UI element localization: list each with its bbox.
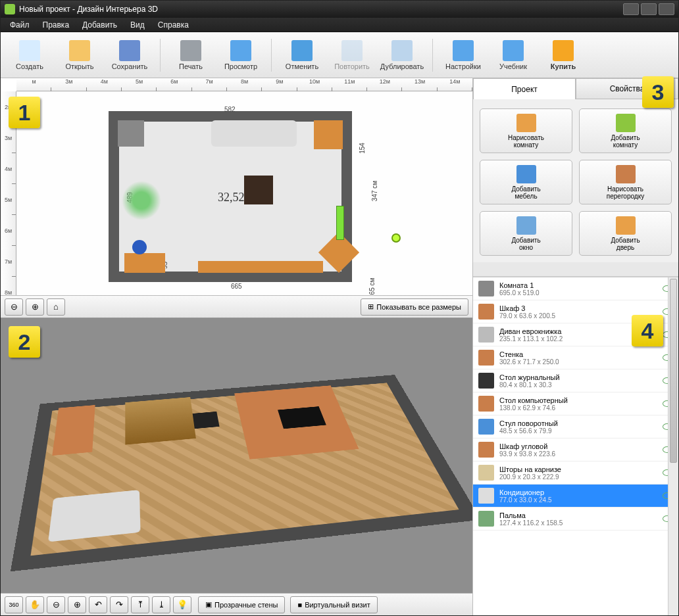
action-label: окно [519,244,533,251]
view-3d[interactable]: 2 [1,318,472,593]
zoom-in-3d-button[interactable]: ⊕ [68,596,86,613]
toolbar-купить[interactable]: Купить [540,36,587,75]
action-перегородку[interactable]: Нарисоватьперегородку [579,160,672,204]
zoom-out-button[interactable]: ⊖ [5,298,23,316]
close-button[interactable] [659,3,674,15]
tilt-up-button[interactable]: ⤒ [131,596,149,613]
item-thumb [478,373,494,389]
toolbar-открыть[interactable]: Открыть [56,36,103,75]
view3d-toolbar: 360 ✋ ⊖ ⊕ ↶ ↷ ⤒ ⤓ 💡 ▣ Прозрачные стены ■… [1,593,472,615]
menu-add[interactable]: Добавить [76,18,124,32]
furn-chair[interactable] [132,240,147,254]
item-info: Стул поворотный48.5 x 56.6 x 79.9 [499,419,657,435]
room-3d[interactable] [10,375,472,571]
list-item[interactable]: Стол компьютерный138.0 x 62.9 x 74.6 [473,392,678,415]
action-комнату[interactable]: Нарисоватькомнату [480,108,572,153]
zoom-in-button[interactable]: ⊕ [26,298,44,316]
toolbar-настройки[interactable]: Настройки [440,36,487,75]
list-item[interactable]: Шкаф угловой93.9 x 93.8 x 223.6 [473,438,678,462]
menubar: Файл Правка Добавить Вид Справка [1,18,678,32]
action-мебель[interactable]: Добавитьмебель [480,160,572,204]
item-name: Шкаф угловой [499,442,657,450]
light-button[interactable]: 💡 [173,596,191,613]
rotate-360-button[interactable]: 360 [5,596,23,613]
list-item[interactable]: Шторы на карнизе200.9 x 20.3 x 222.9 [473,462,678,485]
item-thumb [478,396,494,412]
zoom-out-3d-button[interactable]: ⊖ [47,596,65,613]
minimize-button[interactable] [623,3,639,15]
handle-icon[interactable] [391,233,401,243]
tv-3d[interactable] [278,406,326,429]
furn-wardrobe[interactable] [314,120,343,149]
plan-area[interactable]: м3м4м5м6м7м8м9м10м11м12м13м14м 2м3м4м5м6… [1,78,472,318]
pan-button[interactable]: ✋ [26,596,44,613]
furn-desk[interactable] [124,253,165,273]
furn-sofa-top[interactable] [211,120,297,147]
wardrobe-3d[interactable] [52,405,95,456]
item-name: Стол журнальный [499,373,657,381]
ruler-tick: 10м [297,78,332,91]
plan-canvas[interactable]: 582 154 347 см 489 665 95 159 65 см 32,5… [16,91,472,295]
item-thumb [478,419,494,435]
ruler-tick: 13м [402,78,437,91]
toolbar-дублировать[interactable]: Дублировать [378,36,426,75]
action-комнату[interactable]: Добавитькомнату [579,108,672,153]
rotate-left-button[interactable]: ↶ [89,596,107,613]
list-item[interactable]: Стол журнальный80.4 x 80.1 x 30.3 [473,369,678,392]
scrollbar[interactable] [668,277,678,615]
furn-corner[interactable] [118,120,144,147]
action-label: Добавить [511,185,540,193]
tab-project[interactable]: Проект [473,78,576,99]
list-item[interactable]: Стул поворотный48.5 x 56.6 x 79.9 [473,415,678,438]
list-item[interactable]: Комната 1695.0 x 519.0 [473,277,678,300]
toolbar-создать[interactable]: Создать [6,36,53,75]
action-label: Нарисовать [607,185,643,193]
marker-3: 3 [642,78,674,108]
list-header [473,262,678,277]
action-label: мебель [515,193,537,200]
home-button[interactable]: ⌂ [47,298,65,316]
list-item[interactable]: Стенка302.6 x 71.7 x 250.0 [473,346,678,369]
action-дверь[interactable]: Добавитьдверь [579,211,672,256]
ruler-horizontal: м3м4м5м6м7м8м9м10м11м12м13м14м [16,78,472,91]
menu-view[interactable]: Вид [124,18,151,32]
door-marker[interactable] [336,206,344,240]
furn-cabinet[interactable] [198,261,323,273]
transparent-walls-button[interactable]: ▣ Прозрачные стены [198,596,285,613]
show-all-sizes-button[interactable]: ⊞ Показывать все размеры [361,298,468,316]
toolbar-icon [119,40,140,61]
list-item[interactable]: Кондиционер77.0 x 33.0 x 24.5 [473,485,678,508]
item-dim: 695.0 x 519.0 [499,289,657,296]
item-name: Стенка [499,350,657,358]
tilt-down-button[interactable]: ⤓ [152,596,170,613]
menu-edit[interactable]: Правка [36,18,76,32]
action-label: Добавить [611,134,640,141]
toolbar-учебник[interactable]: Учебник [490,36,537,75]
menu-help[interactable]: Справка [151,18,195,32]
list-item[interactable]: Пальма127.4 x 116.2 x 158.5 [473,508,678,531]
toolbar-печать[interactable]: Печать [167,36,214,75]
dim-right: 347 см [371,181,378,201]
toolbar-отменить[interactable]: Отменить [278,36,326,75]
marker-1: 1 [9,97,40,128]
action-окно[interactable]: Добавитьокно [480,211,572,256]
toolbar-label: Открыть [65,62,93,70]
item-dim: 48.5 x 56.6 x 79.9 [499,427,657,435]
toolbar-повторить[interactable]: Повторить [328,36,376,75]
toolbar-просмотр[interactable]: Просмотр [217,36,264,75]
rotate-right-button[interactable]: ↷ [110,596,128,613]
room-outline[interactable]: 582 154 347 см 489 665 95 159 65 см 32,5… [109,111,352,282]
scroll-thumb[interactable] [670,279,677,463]
furn-table[interactable] [244,176,273,204]
maximize-button[interactable] [641,3,657,15]
ruler-tick: 14м [438,78,472,91]
dim-right-small: 154 [359,143,366,154]
curtains-3d[interactable] [125,397,196,444]
toolbar-сохранить[interactable]: Сохранить [106,36,153,75]
toolbar-label: Настройки [445,62,481,70]
toolbar-label: Печать [179,62,203,70]
virtual-visit-button[interactable]: ■ Виртуальный визит [290,596,377,613]
menu-file[interactable]: Файл [3,18,36,32]
toolbar: СоздатьОткрытьСохранитьПечатьПросмотрОтм… [1,32,678,78]
furn-plant[interactable] [122,181,161,220]
